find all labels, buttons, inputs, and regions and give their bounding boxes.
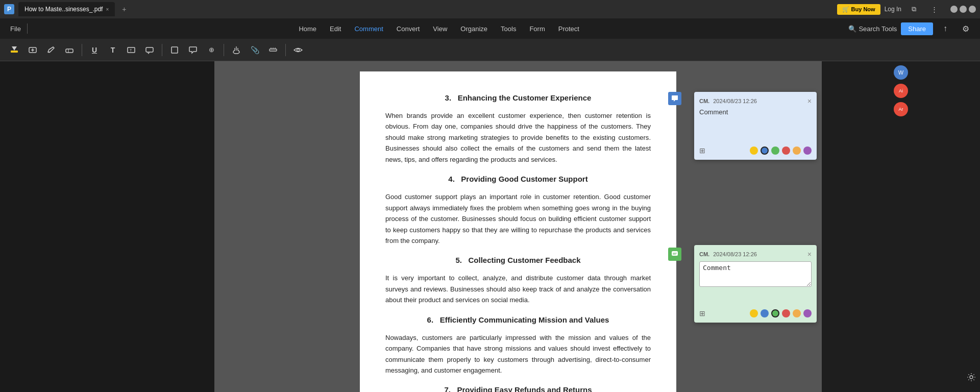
text-button[interactable]: T bbox=[105, 42, 121, 58]
menu-separator-1 bbox=[27, 23, 28, 34]
toolbar-separator-1 bbox=[82, 44, 82, 56]
right-panel: W Ai Ar bbox=[822, 61, 980, 392]
shape-button[interactable] bbox=[166, 42, 183, 58]
color-green-1[interactable] bbox=[771, 146, 779, 155]
window-controls bbox=[950, 6, 976, 13]
comment-2-close-button[interactable]: × bbox=[807, 250, 812, 258]
search-tools-button[interactable]: 🔍 Search Tools bbox=[848, 25, 897, 33]
sticky-note-blue[interactable] bbox=[668, 92, 681, 105]
right-icons: W Ai Ar bbox=[822, 61, 980, 120]
eraser-button[interactable] bbox=[61, 42, 78, 58]
section-3-title: Enhancing the Customer Experience bbox=[458, 93, 592, 102]
hand-button[interactable] bbox=[228, 42, 244, 58]
menu-edit[interactable]: Edit bbox=[324, 23, 347, 35]
underline-button[interactable]: U bbox=[86, 42, 103, 58]
section-5-heading: 5. Collecting Customer Feedback bbox=[385, 254, 651, 266]
section-3-number: 3. bbox=[445, 93, 456, 102]
svg-rect-0 bbox=[11, 51, 18, 53]
svg-point-14 bbox=[970, 376, 973, 379]
menu-view[interactable]: View bbox=[427, 23, 453, 35]
menu-bar: File Home Edit Comment Convert View Orga… bbox=[0, 18, 980, 39]
color-purple-2[interactable] bbox=[803, 309, 812, 317]
pencil-button[interactable] bbox=[43, 42, 59, 58]
comment-2-author-date: CM. 2024/08/23 12:26 bbox=[699, 251, 757, 257]
right-settings-button[interactable] bbox=[967, 373, 976, 384]
eye-button[interactable] bbox=[290, 42, 306, 58]
more-options-button[interactable]: ⋮ bbox=[926, 1, 942, 17]
menu-tools[interactable]: Tools bbox=[495, 23, 522, 35]
login-button[interactable]: Log In bbox=[885, 6, 901, 13]
menu-form[interactable]: Form bbox=[523, 23, 551, 35]
section-7-title: Providing Easy Refunds and Returns bbox=[457, 385, 592, 392]
comment-popup-1-header: CM. 2024/08/23 12:26 × bbox=[699, 97, 812, 105]
document-area[interactable]: 3. Enhancing the Customer Experience Whe… bbox=[214, 61, 822, 392]
minimize-button[interactable] bbox=[950, 6, 958, 13]
measure-button[interactable] bbox=[265, 42, 281, 58]
menu-protect[interactable]: Protect bbox=[552, 23, 585, 35]
left-sidebar bbox=[0, 61, 214, 392]
section-6-title: Efficiently Communicating Mission and Va… bbox=[440, 315, 609, 324]
avatar-ai2[interactable]: Ar bbox=[894, 102, 908, 116]
section-5-body: It is very important to collect, analyze… bbox=[385, 273, 651, 305]
color-red-2[interactable] bbox=[782, 309, 790, 317]
menu-convert[interactable]: Convert bbox=[390, 23, 426, 35]
color-yellow-1[interactable] bbox=[750, 146, 758, 155]
color-orange-1[interactable] bbox=[793, 146, 801, 155]
color-green-2[interactable] bbox=[771, 309, 779, 317]
share-button[interactable]: Share bbox=[901, 22, 933, 35]
color-blue-2[interactable] bbox=[761, 309, 769, 317]
comment-1-close-button[interactable]: × bbox=[807, 97, 812, 105]
color-purple-1[interactable] bbox=[803, 146, 812, 155]
stamp-button[interactable]: ⊕ bbox=[203, 42, 219, 58]
color-red-1[interactable] bbox=[782, 146, 790, 155]
section-4-heading: 4. Providing Good Customer Support bbox=[385, 173, 651, 185]
highlight-button[interactable] bbox=[6, 42, 22, 58]
avatar-w[interactable]: W bbox=[894, 65, 908, 80]
settings-icon-button[interactable]: ⚙ bbox=[958, 20, 974, 37]
sticky-note-green[interactable] bbox=[668, 248, 681, 261]
section-6-number: 6. bbox=[427, 315, 438, 324]
avatar-w-label: W bbox=[898, 69, 903, 76]
svg-rect-8 bbox=[270, 49, 277, 51]
color-yellow-2[interactable] bbox=[750, 309, 758, 317]
menu-home[interactable]: Home bbox=[292, 23, 323, 35]
maximize-restore-button[interactable]: ⧉ bbox=[905, 1, 922, 17]
comment-2-copy-icon[interactable]: ⊞ bbox=[699, 309, 705, 317]
menu-comment[interactable]: Comment bbox=[348, 23, 389, 35]
title-bar-left: P How to Maste..sinesses_.pdf × + bbox=[4, 2, 837, 16]
menu-organize[interactable]: Organize bbox=[454, 23, 494, 35]
buy-now-button[interactable]: 🛒 Buy Now bbox=[837, 4, 880, 15]
tab-close-button[interactable]: × bbox=[106, 7, 109, 12]
toolbar-separator-4 bbox=[285, 44, 286, 56]
comment-popup-2-header: CM. 2024/08/23 12:26 × bbox=[699, 250, 812, 258]
section-3-heading: 3. Enhancing the Customer Experience bbox=[385, 92, 651, 104]
color-orange-2[interactable] bbox=[793, 309, 801, 317]
close-button[interactable] bbox=[969, 6, 976, 13]
comment-1-copy-icon[interactable]: ⊞ bbox=[699, 146, 705, 155]
section-5-number: 5. bbox=[455, 256, 466, 264]
maximize-button[interactable] bbox=[960, 6, 967, 13]
pdf-page: 3. Enhancing the Customer Experience Whe… bbox=[360, 71, 676, 392]
section-4-title: Providing Good Customer Support bbox=[461, 175, 587, 183]
upload-button[interactable]: ↑ bbox=[937, 20, 953, 37]
section-7-number: 7. bbox=[444, 385, 455, 392]
add-text-button[interactable] bbox=[24, 42, 41, 58]
textbox-button[interactable]: T bbox=[123, 42, 139, 58]
section-6-heading: 6. Efficiently Communicating Mission and… bbox=[385, 314, 651, 326]
comment-1-color-picker bbox=[750, 146, 812, 155]
active-tab[interactable]: How to Maste..sinesses_.pdf × bbox=[18, 2, 115, 16]
buy-now-icon: 🛒 bbox=[842, 6, 849, 13]
menu-file[interactable]: File bbox=[6, 23, 25, 35]
color-blue-1[interactable] bbox=[761, 146, 769, 155]
new-tab-button[interactable]: + bbox=[119, 5, 129, 13]
menu-right: 🔍 Search Tools Share ↑ ⚙ bbox=[848, 20, 974, 37]
comment-2-footer: ⊞ bbox=[699, 309, 812, 317]
sticky-note-1-wrapper bbox=[668, 92, 681, 105]
comment-2-input[interactable]: Comment bbox=[699, 261, 812, 287]
svg-point-12 bbox=[297, 48, 300, 51]
comment-button[interactable] bbox=[185, 42, 201, 58]
avatar-ai1[interactable]: Ai bbox=[894, 84, 908, 98]
callout-button[interactable] bbox=[141, 42, 158, 58]
comment-1-date: 2024/08/23 12:26 bbox=[713, 98, 757, 104]
attachment-button[interactable]: 📎 bbox=[247, 42, 263, 58]
